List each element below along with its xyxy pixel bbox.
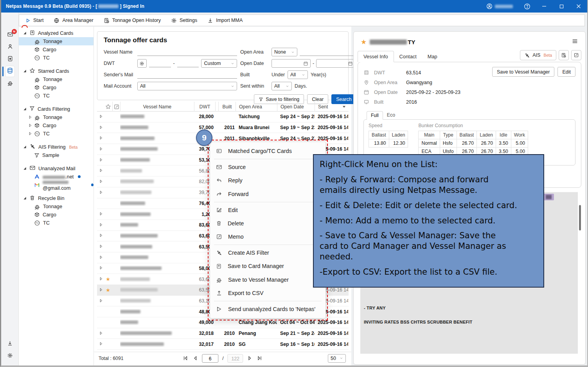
edit-button[interactable]: Edit bbox=[557, 67, 575, 77]
toolbar-tonnage-open-history[interactable]: Tonnage Open History bbox=[104, 18, 161, 23]
dwt-min-input[interactable] bbox=[149, 59, 171, 67]
expand-icon[interactable] bbox=[100, 331, 102, 335]
expand-icon[interactable] bbox=[100, 126, 102, 129]
maximize-button[interactable] bbox=[553, 0, 570, 13]
sidebar-item-analyzed-cards-cargo[interactable]: Cargo bbox=[19, 45, 94, 54]
tree-group-header-starred-cards[interactable]: Starred Cards bbox=[19, 67, 94, 75]
expand-icon[interactable] bbox=[29, 132, 32, 135]
menu-item-memo[interactable]: Memo bbox=[210, 230, 325, 243]
preview-scrollbar[interactable] bbox=[579, 205, 581, 230]
tab-full[interactable]: Full bbox=[367, 111, 383, 120]
next-page-button[interactable] bbox=[247, 355, 253, 361]
rail-import[interactable] bbox=[1, 338, 19, 350]
page-input[interactable]: 6 bbox=[202, 354, 218, 363]
close-button[interactable] bbox=[570, 0, 587, 13]
sidebar-item-starred-cards-tonnage[interactable]: Tonnage bbox=[19, 75, 94, 83]
save-to-vessel-manager-button[interactable]: Save to Vessel Manager bbox=[492, 67, 555, 77]
column-star[interactable] bbox=[104, 102, 112, 112]
column-dwt[interactable]: DWT bbox=[194, 102, 215, 112]
help-button[interactable] bbox=[518, 0, 536, 13]
rail-settings[interactable] bbox=[1, 350, 19, 362]
panel-menu-button[interactable] bbox=[572, 38, 578, 46]
sidebar-item-analyzed-cards-tc[interactable]: TCTC bbox=[19, 54, 94, 62]
built-select[interactable]: All bbox=[288, 70, 308, 79]
first-page-button[interactable] bbox=[182, 355, 188, 361]
column-open-area[interactable]: Open Area bbox=[236, 102, 277, 112]
column-open-date[interactable]: Open Date bbox=[277, 102, 315, 112]
vessel-name-input[interactable] bbox=[137, 48, 237, 56]
expand-icon[interactable] bbox=[100, 255, 102, 259]
open-date-to-input[interactable] bbox=[316, 59, 355, 68]
rail-cards-database[interactable] bbox=[1, 65, 19, 77]
expand-icon[interactable] bbox=[100, 266, 102, 270]
sent-within-select[interactable]: All bbox=[272, 82, 292, 90]
expand-icon[interactable] bbox=[29, 115, 32, 119]
memo-button[interactable] bbox=[571, 50, 581, 60]
expand-icon[interactable] bbox=[100, 288, 102, 291]
table-row[interactable]: 28,000TaichungSep 24 ~ Sep 252025-09-16 … bbox=[97, 112, 349, 122]
column-built[interactable]: Built bbox=[218, 102, 236, 112]
table-row[interactable]: 32,0182010PenangSep 21 ~ Sep 242025-09-1… bbox=[97, 328, 349, 339]
last-page-button[interactable] bbox=[257, 355, 263, 361]
column-memo[interactable] bbox=[112, 102, 120, 112]
column-sent[interactable]: Sent bbox=[315, 102, 348, 112]
sidebar-item-analyzed-cards-tonnage[interactable]: Tonnage bbox=[19, 37, 94, 45]
toolbar-settings[interactable]: Settings bbox=[171, 18, 197, 23]
expand-icon[interactable] bbox=[100, 115, 102, 118]
table-row[interactable]: 32,0172010SGSep 16 ~ Sep 162025-09-16 14… bbox=[97, 339, 349, 350]
menu-item-create-ais-filter[interactable]: Create AIS Filter bbox=[210, 246, 325, 259]
minimize-button[interactable] bbox=[536, 0, 553, 13]
star-icon[interactable]: ★ bbox=[361, 38, 367, 46]
tab-eco[interactable]: Eco bbox=[383, 111, 399, 119]
sidebar-item-recycle-bin-tc[interactable]: TCTC bbox=[19, 219, 94, 227]
menu-item-delete[interactable]: Delete bbox=[210, 217, 325, 230]
expand-icon[interactable] bbox=[100, 212, 102, 216]
toolbar-area-manager[interactable]: Area Manager bbox=[54, 18, 93, 23]
expand-icon[interactable] bbox=[100, 158, 102, 162]
account-chip[interactable] bbox=[481, 0, 518, 13]
tree-group-header-cards-filtering[interactable]: Cards Filtering bbox=[19, 105, 94, 113]
tab-map[interactable]: Map bbox=[422, 51, 443, 62]
tree-group-header-analyzed-cards[interactable]: Analyzed Cards bbox=[19, 29, 94, 37]
expand-icon[interactable] bbox=[100, 223, 102, 227]
sidebar-item-recycle-bin-cargo[interactable]: Cargo bbox=[19, 210, 94, 219]
sidebar-item-recycle-bin-tonnage[interactable]: Tonnage bbox=[19, 202, 94, 210]
toolbar-import-mma[interactable]: Import MMA bbox=[207, 18, 243, 23]
collapse-icon[interactable] bbox=[23, 196, 27, 200]
row-star[interactable]: ★ bbox=[104, 276, 112, 282]
expand-icon[interactable] bbox=[100, 147, 102, 151]
rail-contacts[interactable] bbox=[1, 41, 19, 53]
expand-icon[interactable] bbox=[100, 191, 102, 194]
menu-item-send-unanalyzed-cards-to-netpas[interactable]: Send unanalyzed Cards to 'Netpas' bbox=[210, 302, 325, 316]
tree-group-header-recycle-bin[interactable]: Recycle Bin bbox=[19, 194, 94, 202]
sidebar-item-starred-cards-cargo[interactable]: Cargo bbox=[19, 83, 94, 92]
expand-icon[interactable] bbox=[100, 169, 102, 172]
menu-item-reply[interactable]: Reply bbox=[210, 174, 325, 187]
column-vessel-name[interactable]: Vessel Name bbox=[120, 102, 194, 112]
collapse-icon[interactable] bbox=[23, 31, 27, 35]
sidebar-item-cards-filtering-cargo[interactable]: Cargo bbox=[19, 121, 94, 130]
collapse-icon[interactable] bbox=[23, 69, 27, 73]
collapse-icon[interactable] bbox=[23, 107, 27, 111]
page-size-select[interactable]: 50 bbox=[328, 354, 346, 363]
expand-icon[interactable] bbox=[100, 342, 102, 345]
tab-vessel-info[interactable]: Vessel Info bbox=[358, 51, 394, 62]
menu-item-save-to-card-manager[interactable]: Save to Card Manager bbox=[210, 259, 325, 273]
sidebar-item-mail-account[interactable]: @gmail.com bbox=[19, 181, 94, 189]
rail-card-manager[interactable] bbox=[1, 53, 19, 65]
mail-account-select[interactable]: All bbox=[137, 82, 237, 90]
tree-group-header-ais-filtering[interactable]: AIS FilteringBeta bbox=[19, 143, 94, 151]
dwt-preset-select[interactable]: Custom bbox=[201, 59, 237, 68]
menu-item-matched-cargo-tc-cards[interactable]: Matched Cargo/TC Cards bbox=[210, 144, 325, 158]
rail-vessel-manager[interactable] bbox=[1, 77, 19, 90]
row-star[interactable]: ★ bbox=[104, 287, 112, 293]
expand-icon[interactable] bbox=[100, 136, 102, 140]
dwt-settings-button[interactable] bbox=[137, 59, 147, 68]
dwt-max-input[interactable] bbox=[177, 59, 199, 67]
sidebar-item-cards-filtering-tonnage[interactable]: Tonnage bbox=[19, 113, 94, 121]
tab-contact[interactable]: Contact bbox=[394, 51, 422, 62]
menu-item-save-to-vessel-manager[interactable]: Save to Vessel Manager bbox=[210, 273, 325, 286]
sidebar-item-ais-filtering-sample[interactable]: Sample bbox=[19, 151, 94, 159]
collapse-icon[interactable] bbox=[23, 167, 27, 170]
toolbar-start[interactable]: Start bbox=[25, 18, 43, 23]
